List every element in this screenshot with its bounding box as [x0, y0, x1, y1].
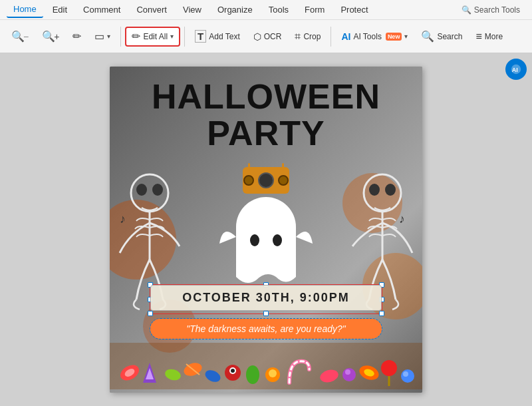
boombox-speaker-left: [243, 175, 254, 186]
shapes-chevron: ▾: [107, 33, 110, 40]
handle-bm[interactable]: [263, 311, 269, 316]
menu-convert[interactable]: Convert: [130, 2, 174, 17]
boombox-top: [248, 163, 284, 168]
svg-point-26: [269, 369, 277, 377]
ai-floating-button[interactable]: AI: [505, 59, 527, 80]
ai-tools-label: AI Tools: [353, 32, 381, 41]
date-text-box[interactable]: OCTOBER 30TH, 9:00PM: [150, 285, 382, 311]
search-icon: 🔍: [421, 31, 434, 42]
boombox-speaker-right: [278, 175, 289, 186]
crop-icon: ⌗: [295, 31, 301, 42]
poster-title-line2: PARTY: [110, 115, 422, 152]
quote-text-box[interactable]: "The darkness awaits, are you ready?": [150, 319, 382, 339]
zoom-out-button[interactable]: 🔍 −: [5, 27, 35, 46]
more-icon: ≡: [475, 31, 481, 42]
svg-point-9: [385, 184, 396, 196]
text-box-area: OCTOBER 30TH, 9:00PM "The darkness await…: [150, 284, 382, 339]
menu-tools[interactable]: Tools: [262, 2, 295, 17]
search-tools-area[interactable]: 🔍 Search Tools: [456, 3, 525, 17]
separator-3: [331, 27, 331, 47]
zoom-in-plus: +: [54, 31, 59, 42]
poster-title-line1: HALLOWEEN: [110, 79, 422, 115]
candy-decorations: [110, 343, 422, 389]
toolbar: 🔍 − 🔍 + ✏ ▭ ▾ ✏ Edit All ▾ T Add Text ⬡ …: [0, 20, 532, 53]
svg-point-4: [152, 184, 163, 196]
svg-point-32: [381, 360, 397, 376]
boombox-antenna-left: [248, 163, 250, 171]
separator-1: [120, 27, 121, 47]
ghost-arms-svg: [216, 217, 316, 257]
more-button[interactable]: ≡ More: [469, 27, 509, 46]
highlight-button[interactable]: ✏: [66, 27, 87, 46]
search-tools-icon: 🔍: [462, 5, 471, 15]
edit-all-button[interactable]: ✏ Edit All ▾: [125, 27, 180, 47]
boombox: [243, 167, 289, 194]
svg-rect-12: [110, 343, 422, 389]
edit-all-chevron: ▾: [170, 33, 174, 40]
menu-protect[interactable]: Protect: [334, 2, 374, 17]
svg-point-7: [364, 174, 401, 212]
search-tools-label: Search Tools: [474, 5, 520, 15]
menu-bar: Home Edit Comment Convert View Organize …: [0, 0, 532, 20]
shapes-button[interactable]: ▭ ▾: [88, 27, 116, 46]
highlight-icon: ✏: [72, 31, 81, 42]
more-label: More: [485, 32, 503, 41]
boombox-center: [258, 172, 274, 188]
svg-point-2: [131, 174, 168, 212]
quote-box-wrapper: "The darkness awaits, are you ready?": [150, 318, 382, 339]
ai-tools-icon: AI: [341, 32, 350, 41]
svg-text:♪: ♪: [399, 212, 405, 226]
menu-form[interactable]: Form: [298, 2, 331, 17]
handle-bl[interactable]: [148, 311, 153, 316]
svg-point-29: [345, 369, 350, 375]
handle-br[interactable]: [379, 311, 384, 316]
ai-new-badge: New: [386, 33, 402, 41]
edit-all-icon: ✏: [132, 31, 140, 42]
main-area: AI HALLOWEEN PARTY: [0, 53, 532, 406]
search-label: Search: [437, 32, 462, 41]
menu-organize[interactable]: Organize: [211, 2, 259, 17]
separator-2: [184, 27, 185, 47]
zoom-in-button[interactable]: 🔍 +: [36, 27, 65, 46]
ocr-icon: ⬡: [253, 32, 261, 41]
svg-point-8: [369, 184, 380, 196]
ai-tools-chevron: ▾: [404, 33, 408, 40]
ocr-label: OCR: [264, 32, 282, 41]
svg-point-24: [246, 365, 259, 384]
svg-text:♪: ♪: [120, 212, 126, 226]
zoom-in-icon: 🔍: [42, 31, 55, 42]
svg-point-35: [403, 371, 408, 377]
zoom-out-minus: −: [23, 31, 29, 42]
zoom-out-icon: 🔍: [11, 31, 25, 42]
menu-comment[interactable]: Comment: [76, 2, 127, 17]
svg-point-3: [136, 184, 147, 196]
edit-all-label: Edit All: [143, 32, 168, 41]
search-button[interactable]: 🔍 Search: [415, 27, 468, 46]
crop-label: Crop: [303, 32, 321, 41]
shapes-icon: ▭: [94, 31, 104, 42]
svg-point-23: [231, 369, 235, 373]
menu-view[interactable]: View: [176, 2, 208, 17]
add-text-label: Add Text: [209, 32, 239, 41]
poster-title: HALLOWEEN PARTY: [110, 79, 422, 151]
ai-tools-button[interactable]: AI AI Tools New ▾: [335, 28, 414, 45]
date-box-wrapper: OCTOBER 30TH, 9:00PM: [150, 284, 382, 314]
ghost-character: [236, 197, 296, 290]
menu-edit[interactable]: Edit: [46, 2, 74, 17]
svg-point-34: [401, 369, 414, 383]
svg-text:AI: AI: [512, 67, 518, 73]
crop-button[interactable]: ⌗ Crop: [289, 27, 327, 46]
add-text-icon: T: [195, 30, 206, 43]
add-text-button[interactable]: T Add Text: [189, 26, 246, 47]
boombox-antenna-right: [282, 163, 284, 171]
menu-home[interactable]: Home: [7, 1, 43, 18]
ocr-button[interactable]: ⬡ OCR: [247, 28, 288, 45]
ai-floating-icon: AI: [510, 63, 522, 75]
poster-document: HALLOWEEN PARTY: [110, 67, 422, 393]
candy-svg: [110, 343, 422, 389]
